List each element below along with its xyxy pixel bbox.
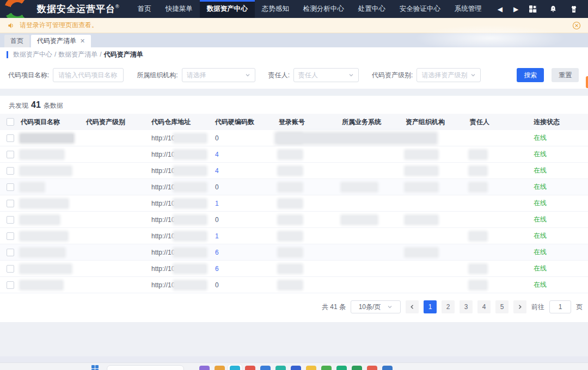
menu-item-6[interactable]: 处置中心 bbox=[351, 0, 393, 18]
taskbar-app-icon-4[interactable] bbox=[245, 366, 255, 370]
hardcode-count: 0 bbox=[215, 281, 219, 289]
taskbar-search-box[interactable] bbox=[107, 365, 184, 370]
login-account-cell bbox=[279, 281, 342, 289]
row-checkbox[interactable] bbox=[7, 249, 14, 256]
tab-close-icon[interactable]: ✕ bbox=[80, 38, 85, 44]
taskbar-app-icon-3[interactable] bbox=[230, 366, 240, 370]
project-name-label: 代码项目名称: bbox=[8, 71, 49, 80]
reset-button[interactable]: 重置 bbox=[552, 68, 579, 82]
taskbar-app-icon-10[interactable] bbox=[336, 366, 347, 370]
breadcrumb: 数据资产中心/数据资产清单/代码资产清单 bbox=[0, 47, 588, 61]
row-checkbox[interactable] bbox=[7, 151, 14, 158]
menu-item-1[interactable]: 首页 bbox=[131, 0, 158, 18]
repo-url-cell: http://10 bbox=[151, 249, 215, 256]
banner-text: 请登录许可管理页面查看。 bbox=[20, 21, 98, 30]
tab-1[interactable]: 首页 bbox=[4, 35, 29, 47]
menu-item-2[interactable]: 快捷菜单 bbox=[158, 0, 200, 18]
hardcode-count-link[interactable]: 1 bbox=[215, 200, 219, 207]
back-arrow-icon[interactable]: ◀ bbox=[498, 6, 503, 13]
hardcode-count-cell: 6 bbox=[215, 265, 279, 273]
repo-url-prefix: http://10 bbox=[151, 281, 175, 289]
docked-panel-handle[interactable] bbox=[586, 76, 588, 88]
row-checkbox[interactable] bbox=[7, 200, 14, 207]
taskbar-app-icon-8[interactable] bbox=[306, 366, 316, 370]
chevron-down-icon bbox=[348, 72, 354, 78]
taskbar-app-icon-1[interactable] bbox=[199, 366, 210, 370]
hardcode-count-link[interactable]: 6 bbox=[215, 265, 219, 273]
hardcode-count-link[interactable]: 6 bbox=[215, 249, 219, 256]
banner-close-icon[interactable] bbox=[572, 21, 581, 30]
search-button[interactable]: 搜索 bbox=[517, 68, 544, 82]
repo-url-prefix: http://10 bbox=[151, 134, 175, 142]
project-name-input[interactable] bbox=[53, 68, 124, 82]
table-body: http://100在线http://104在线http://104在线http… bbox=[0, 130, 588, 293]
login-account-cell bbox=[279, 265, 342, 273]
taskbar-app-icon-11[interactable] bbox=[352, 366, 362, 370]
next-page-button[interactable] bbox=[513, 300, 526, 313]
page-number-3[interactable]: 3 bbox=[460, 300, 473, 313]
hardcode-count-cell: 1 bbox=[215, 232, 279, 240]
row-checkbox[interactable] bbox=[7, 265, 14, 273]
hardcode-count-link[interactable]: 1 bbox=[215, 232, 219, 240]
hardcode-count-link[interactable]: 4 bbox=[215, 151, 219, 158]
menu-item-3[interactable]: 数据资产中心 bbox=[200, 0, 255, 18]
taskbar-app-icon-2[interactable] bbox=[215, 366, 225, 370]
owner-select[interactable]: 责任人 bbox=[293, 68, 359, 82]
row-checkbox[interactable] bbox=[7, 281, 14, 289]
prev-page-button[interactable] bbox=[406, 300, 419, 313]
apps-grid-icon[interactable] bbox=[529, 5, 536, 13]
table-row: http://104在线 bbox=[0, 163, 588, 179]
menu-item-7[interactable]: 安全验证中心 bbox=[393, 0, 448, 18]
taskbar-app-icon-7[interactable] bbox=[291, 366, 301, 370]
tab-label: 首页 bbox=[10, 36, 23, 46]
repo-url-cell: http://10 bbox=[151, 183, 215, 191]
table-row: http://100在线 bbox=[0, 277, 588, 293]
breadcrumb-item[interactable]: 数据资产清单 bbox=[58, 50, 97, 59]
bell-icon[interactable] bbox=[549, 5, 558, 14]
row-checkbox[interactable] bbox=[7, 216, 14, 224]
menu-item-4[interactable]: 态势感知 bbox=[255, 0, 296, 18]
row-checkbox[interactable] bbox=[7, 232, 14, 240]
goto-page-input[interactable] bbox=[549, 300, 571, 313]
page-number-1[interactable]: 1 bbox=[424, 300, 437, 313]
menu-item-8[interactable]: 系统管理 bbox=[448, 0, 489, 18]
result-count: 41 bbox=[31, 100, 41, 110]
row-checkbox[interactable] bbox=[7, 134, 14, 142]
taskbar-app-icon-6[interactable] bbox=[275, 366, 286, 370]
login-account-cell bbox=[279, 200, 342, 207]
chevron-right-icon bbox=[517, 304, 523, 310]
repo-url-prefix: http://10 bbox=[151, 232, 175, 240]
armor-vest-icon[interactable] bbox=[569, 5, 578, 14]
page-number-5[interactable]: 5 bbox=[495, 300, 509, 313]
header-cell-6: 所属业务系统 bbox=[342, 118, 406, 127]
forward-arrow-icon[interactable]: ▶ bbox=[513, 6, 518, 13]
org-select[interactable]: 请选择 bbox=[182, 68, 255, 82]
row-checkbox-cell bbox=[0, 216, 21, 224]
taskbar-app-icon-9[interactable] bbox=[321, 366, 332, 370]
page-size-select[interactable]: 10条/页 bbox=[351, 300, 401, 313]
level-select[interactable]: 请选择资产级别 bbox=[416, 68, 481, 82]
page-number-4[interactable]: 4 bbox=[477, 300, 491, 313]
select-all-checkbox[interactable] bbox=[7, 118, 14, 126]
repo-url-cell: http://10 bbox=[151, 216, 215, 224]
breadcrumb-item[interactable]: 数据资产中心 bbox=[13, 50, 52, 59]
taskbar-app-icon-12[interactable] bbox=[367, 366, 377, 370]
row-checkbox[interactable] bbox=[7, 167, 14, 175]
filter-bar: 代码项目名称: 所属组织机构: 请选择 责任人: 责任人 代码资产级别: 请选择… bbox=[0, 61, 588, 89]
taskbar-app-icon-13[interactable] bbox=[382, 366, 393, 370]
redacted-repo-url bbox=[174, 200, 206, 207]
windows-start-icon[interactable] bbox=[91, 365, 99, 370]
redacted-business-system bbox=[342, 183, 377, 191]
hardcode-count-link[interactable]: 4 bbox=[215, 167, 219, 175]
status-cell: 在线 bbox=[534, 150, 588, 159]
registered-mark: ® bbox=[115, 4, 120, 9]
owner-cell bbox=[470, 167, 534, 175]
menu-item-5[interactable]: 检测分析中心 bbox=[296, 0, 351, 18]
page-number-2[interactable]: 2 bbox=[442, 300, 455, 313]
tab-2[interactable]: 代码资产清单✕ bbox=[31, 35, 91, 47]
login-account-cell bbox=[279, 216, 342, 224]
row-checkbox-cell bbox=[0, 249, 21, 256]
org-cell bbox=[406, 151, 470, 158]
taskbar-app-icon-5[interactable] bbox=[260, 366, 271, 370]
row-checkbox[interactable] bbox=[7, 183, 14, 191]
